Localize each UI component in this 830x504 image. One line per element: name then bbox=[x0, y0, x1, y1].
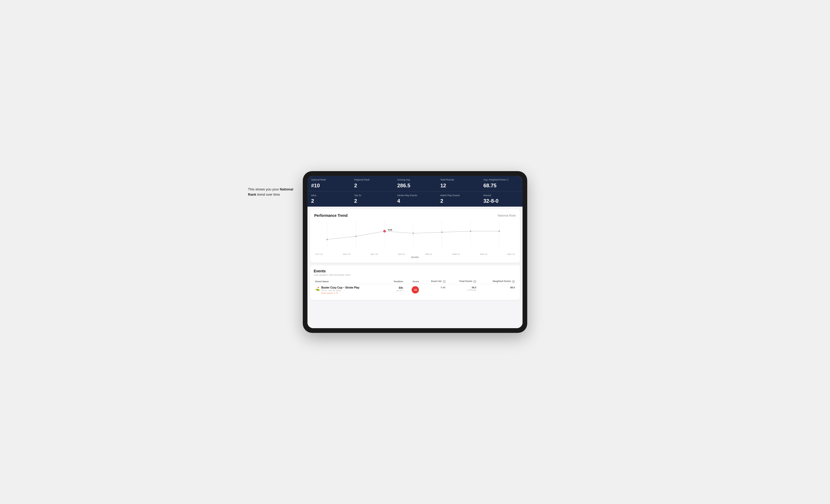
event-date: Oct 9 – Oct 10, 2023 bbox=[321, 289, 359, 292]
stat-avg-weighted-value: 68.75 bbox=[483, 182, 519, 189]
stat-avg-weighted-label: Avg. Weighted Points ⓘ bbox=[483, 178, 519, 181]
svg-point-8 bbox=[326, 239, 328, 240]
col-position: Position bbox=[386, 279, 405, 284]
annotation-after: trend over time bbox=[256, 193, 280, 196]
events-title: Events bbox=[314, 269, 516, 273]
svg-text:#10: #10 bbox=[388, 229, 392, 231]
stat-regional-rank-label: Regional Rank bbox=[354, 178, 390, 181]
stat-national-rank-label: National Rank bbox=[311, 178, 347, 181]
annotation-text: This shows you your National Rank trend … bbox=[248, 187, 300, 197]
stat-record: Record 32-8-0 bbox=[480, 192, 522, 207]
annotation-before: This shows you your bbox=[248, 187, 280, 191]
x-label-dec23: DEC 23 bbox=[371, 253, 378, 256]
x-label-apr24: APR 24 bbox=[480, 253, 487, 256]
chart-container: #10 bbox=[314, 221, 516, 252]
x-label-mar24: MAR 24 bbox=[452, 253, 460, 256]
tablet-device: National Rank #10 Regional Rank 2 Scorin… bbox=[303, 171, 527, 333]
event-position-cell: 6th out of 7 bbox=[386, 284, 405, 297]
stat-stroke-play-label: Stroke Play Events bbox=[397, 194, 433, 197]
col-total-points: Total Points i bbox=[447, 279, 478, 284]
stat-top3s: Top 3s 2 bbox=[351, 192, 393, 207]
event-position-sub: out of 7 bbox=[387, 289, 403, 292]
stat-total-rounds-value: 12 bbox=[440, 182, 476, 189]
stat-match-play: Match Play Events 2 bbox=[437, 192, 479, 207]
events-last-updated: Last updated: 24th November 2023 bbox=[314, 274, 516, 276]
stat-scoring-avg: Scoring Avg. 286.5 bbox=[393, 176, 437, 191]
stat-national-rank: National Rank #10 bbox=[308, 176, 350, 191]
col-event-name: Event Name bbox=[314, 279, 386, 284]
svg-point-13 bbox=[441, 232, 443, 233]
x-label-nov23: NOV 23 bbox=[343, 253, 350, 256]
svg-point-10 bbox=[383, 230, 386, 233]
event-name-cell: ⛳ Buster Cozy Cup – Stroke Play Oct 9 – … bbox=[314, 284, 386, 297]
stat-top3s-label: Top 3s bbox=[354, 194, 390, 197]
x-label-oct23: OCT 23 bbox=[315, 253, 323, 256]
stat-total-rounds-label: Total Rounds bbox=[440, 178, 476, 181]
stat-wins-label: Wins bbox=[311, 194, 347, 197]
trend-header: Performance Trend National Rank bbox=[314, 213, 516, 217]
svg-point-15 bbox=[499, 231, 500, 232]
tablet-screen: National Rank #10 Regional Rank 2 Scorin… bbox=[308, 176, 522, 328]
svg-point-14 bbox=[470, 231, 471, 232]
stat-record-label: Record bbox=[483, 194, 519, 197]
score-value: -22 bbox=[414, 289, 417, 291]
chart-x-axis-title: Months bbox=[314, 256, 516, 259]
stat-regional-rank: Regional Rank 2 bbox=[351, 176, 393, 191]
content-area: National Rank #10 Regional Rank 2 Scorin… bbox=[308, 176, 522, 328]
event-sg-value: 0.45 bbox=[441, 286, 446, 289]
col-event-sg: Event SG i bbox=[420, 279, 447, 284]
stat-stroke-play-value: 4 bbox=[397, 198, 433, 204]
info-icon-weighted-points: i bbox=[512, 280, 515, 283]
event-score-cell: -22 bbox=[405, 284, 420, 297]
svg-point-12 bbox=[412, 233, 414, 234]
event-weighted-points: 28.3 bbox=[510, 286, 515, 289]
stat-wins-value: 2 bbox=[311, 198, 347, 204]
event-sg-cell: 0.45 bbox=[420, 284, 447, 297]
score-badge: -22 bbox=[412, 286, 419, 294]
col-weighted-points: Weighted Points i bbox=[478, 279, 516, 284]
trend-title: Performance Trend bbox=[314, 213, 348, 217]
event-weighted-points-cell: 28.3 bbox=[478, 284, 516, 297]
info-icon-event-sg: i bbox=[443, 280, 446, 283]
stats-grid-row2: Wins 2 Top 3s 2 Stroke Play Events 4 Mat… bbox=[308, 191, 522, 207]
stat-regional-rank-value: 2 bbox=[354, 182, 390, 189]
stat-national-rank-value: #10 bbox=[311, 182, 347, 189]
event-rank-impact: Rank Impact: 3 ▼ bbox=[321, 292, 359, 294]
stat-stroke-play: Stroke Play Events 4 bbox=[393, 192, 437, 207]
stat-total-rounds: Total Rounds 12 bbox=[437, 176, 479, 191]
event-golf-icon: ⛳ bbox=[315, 287, 320, 291]
stat-match-play-label: Match Play Events bbox=[440, 194, 476, 197]
event-position: 6th bbox=[387, 286, 403, 289]
events-table-header: Event Name Position Score Event SG i Tot… bbox=[314, 279, 516, 284]
info-icon-total-points: i bbox=[474, 280, 476, 283]
event-total-rounds: 3 Rounds bbox=[449, 289, 476, 291]
event-total-points: 28.3 bbox=[449, 286, 476, 289]
stat-top3s-value: 2 bbox=[354, 198, 390, 204]
event-total-points-cell: 28.3 3 Rounds bbox=[447, 284, 478, 297]
stat-record-value: 32-8-0 bbox=[483, 198, 519, 204]
stat-scoring-avg-value: 286.5 bbox=[397, 182, 433, 189]
stats-grid-row1: National Rank #10 Regional Rank 2 Scorin… bbox=[308, 176, 522, 191]
svg-point-9 bbox=[355, 236, 356, 237]
chart-x-labels: OCT 23 NOV 23 DEC 23 JAN 24 FEB 24 MAR 2… bbox=[314, 253, 516, 256]
x-label-feb24: FEB 24 bbox=[425, 253, 432, 256]
col-score: Score bbox=[405, 279, 420, 284]
event-name: Buster Cozy Cup – Stroke Play bbox=[321, 286, 359, 289]
stat-scoring-avg-label: Scoring Avg. bbox=[397, 178, 433, 181]
x-label-jan24: JAN 24 bbox=[398, 253, 405, 256]
x-label-may24: MAY 24 bbox=[507, 253, 515, 256]
table-row: ⛳ Buster Cozy Cup – Stroke Play Oct 9 – … bbox=[314, 284, 516, 297]
events-section: Events Last updated: 24th November 2023 … bbox=[310, 265, 520, 300]
stat-wins: Wins 2 bbox=[308, 192, 350, 207]
events-table: Event Name Position Score Event SG i Tot… bbox=[314, 279, 516, 296]
performance-chart: #10 bbox=[314, 221, 516, 252]
performance-trend-section: Performance Trend National Rank bbox=[310, 209, 520, 263]
stat-avg-weighted: Avg. Weighted Points ⓘ 68.75 bbox=[480, 176, 522, 191]
stat-match-play-value: 2 bbox=[440, 198, 476, 204]
trend-subtitle: National Rank bbox=[498, 214, 516, 217]
